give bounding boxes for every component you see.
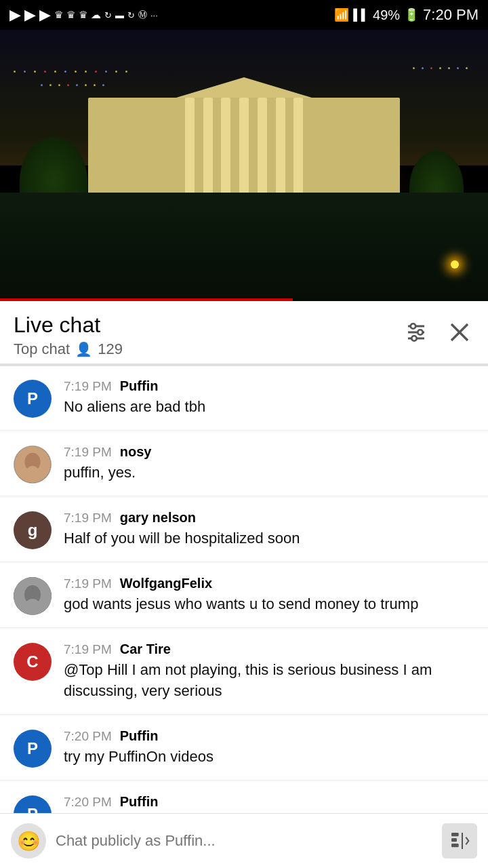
app-icon-crown2: ♛ — [66, 9, 75, 21]
svg-rect-20 — [451, 844, 459, 847]
send-icon — [449, 830, 470, 852]
chat-username: Puffin — [120, 378, 159, 394]
chat-username: WolfgangFelix — [120, 576, 212, 591]
light-glow — [451, 260, 459, 269]
app-icon-yt1: ▶ — [9, 6, 21, 24]
chat-message-text: god wants jesus who wants u to send mone… — [64, 594, 474, 615]
chat-message-text: puffin, yes. — [64, 462, 474, 484]
city-lights-mid — [41, 84, 104, 86]
chat-message-item: g7:19 PMgary nelsonHalf of you will be h… — [0, 498, 488, 562]
svg-rect-19 — [451, 838, 457, 842]
viewer-count: 129 — [98, 340, 123, 358]
svg-point-10 — [26, 466, 39, 479]
chat-meta: 7:20 PMPuffin — [64, 728, 474, 744]
chat-message-text: Half of you will be hospitalized soon — [64, 528, 474, 549]
status-icons-left: ▶ ▶ ▶ ♛ ♛ ♛ ☁ ↻ ▬ ↻ Ⓜ ··· — [9, 6, 158, 24]
livechat-subtitle: Top chat 👤 129 — [14, 340, 123, 358]
avatar: P — [14, 380, 52, 418]
chat-message-item: 7:19 PMWolfgangFelixgod wants jesus who … — [0, 564, 488, 628]
city-lights-top — [14, 71, 127, 73]
ground — [0, 193, 488, 301]
status-icons-right: 📶 ▌▌ 49% 🔋 7:20 PM — [334, 6, 479, 24]
svg-point-4 — [418, 330, 423, 335]
send-button[interactable] — [442, 823, 477, 859]
avatar — [14, 446, 52, 484]
video-player[interactable] — [0, 30, 488, 301]
chat-time: 7:19 PM — [64, 576, 112, 591]
chat-content: 7:20 PMPuffintry my PuffinOn videos — [64, 728, 474, 768]
avatar — [14, 577, 52, 615]
close-icon — [447, 320, 472, 344]
chat-username: Car Tire — [120, 642, 171, 657]
chat-input[interactable] — [56, 825, 432, 856]
chat-meta: 7:19 PMPuffin — [64, 378, 474, 394]
chat-content: 7:19 PMCar Tire@Top Hill I am not playin… — [64, 642, 474, 702]
svg-point-3 — [411, 323, 416, 329]
chat-time: 7:19 PM — [64, 642, 112, 657]
chat-time: 7:19 PM — [64, 445, 112, 460]
livechat-title: Live chat — [14, 312, 123, 338]
chat-content: 7:19 PMPuffinNo aliens are bad tbh — [64, 378, 474, 418]
filter-button[interactable] — [401, 317, 431, 349]
filter-icon — [404, 320, 428, 344]
chat-content: 7:19 PMnosypuffin, yes. — [64, 444, 474, 484]
emoji-icon: 😊 — [17, 830, 41, 852]
chat-meta: 7:19 PMgary nelson — [64, 510, 474, 526]
livechat-title-area: Live chat Top chat 👤 129 — [14, 312, 123, 358]
avatar: C — [14, 643, 52, 681]
svg-rect-18 — [451, 833, 459, 836]
app-icon-sync: ↻ — [104, 10, 112, 20]
close-button[interactable] — [445, 317, 474, 349]
battery-icon: 🔋 — [404, 7, 419, 22]
chat-meta: 7:19 PMnosy — [64, 444, 474, 460]
svg-point-5 — [411, 336, 417, 341]
status-bar: ▶ ▶ ▶ ♛ ♛ ♛ ☁ ↻ ▬ ↻ Ⓜ ··· 📶 ▌▌ 49% 🔋 7:2… — [0, 0, 488, 30]
chat-meta: 7:19 PMWolfgangFelix — [64, 576, 474, 591]
emoji-button[interactable]: 😊 — [11, 823, 46, 859]
app-icon-yt3: ▶ — [39, 6, 51, 24]
chat-message-item: P7:19 PMPuffinNo aliens are bad tbh — [0, 366, 488, 431]
chat-message-text: @Top Hill I am not playing, this is seri… — [64, 660, 474, 702]
avatar: P — [14, 730, 52, 768]
app-icon-crown3: ♛ — [79, 9, 87, 21]
chat-meta: 7:19 PMCar Tire — [64, 642, 474, 657]
chat-list: P7:19 PMPuffinNo aliens are bad tbh7:19 … — [0, 366, 488, 868]
svg-point-13 — [24, 599, 41, 615]
avatar: g — [14, 511, 52, 549]
chat-message-item: C7:19 PMCar Tire@Top Hill I am not playi… — [0, 629, 488, 715]
chat-message-item: 7:19 PMnosypuffin, yes. — [0, 432, 488, 496]
app-icon-sync2: ↻ — [127, 10, 135, 20]
chat-username: Puffin — [120, 794, 159, 810]
chat-message-text: No aliens are bad tbh — [64, 397, 474, 418]
livechat-actions — [401, 317, 474, 349]
chat-content: 7:19 PMgary nelsonHalf of you will be ho… — [64, 510, 474, 549]
app-icon-cloud: ☁ — [91, 9, 101, 21]
chat-time: 7:19 PM — [64, 379, 112, 394]
app-icon-yt2: ▶ — [24, 6, 36, 24]
chat-time: 7:20 PM — [64, 795, 112, 810]
city-lights-right — [413, 67, 468, 69]
chat-input-bar: 😊 — [0, 813, 488, 868]
app-icon-m: Ⓜ — [138, 9, 147, 21]
topchat-label: Top chat — [14, 340, 70, 358]
chat-time: 7:19 PM — [64, 511, 112, 526]
chat-message-text: try my PuffinOn videos — [64, 747, 474, 768]
chat-message-item: P7:20 PMPuffintry my PuffinOn videos — [0, 716, 488, 781]
chat-username: gary nelson — [120, 510, 196, 526]
chat-username: nosy — [120, 444, 152, 460]
app-icon-more: ··· — [150, 10, 158, 20]
app-icon-crown1: ♛ — [54, 9, 63, 21]
chat-meta: 7:20 PMPuffin — [64, 794, 474, 810]
livechat-header: Live chat Top chat 👤 129 — [0, 301, 488, 364]
people-icon: 👤 — [75, 341, 92, 357]
chat-username: Puffin — [120, 728, 159, 744]
battery-percent: 49% — [373, 7, 400, 23]
chat-time: 7:20 PM — [64, 729, 112, 744]
video-progress-bar[interactable] — [0, 298, 293, 301]
wifi-icon: 📶 — [334, 7, 349, 22]
app-icon-folder: ▬ — [115, 10, 124, 20]
signal-icon: ▌▌ — [353, 9, 369, 21]
chat-content: 7:19 PMWolfgangFelixgod wants jesus who … — [64, 576, 474, 615]
time-display: 7:20 PM — [423, 6, 479, 24]
